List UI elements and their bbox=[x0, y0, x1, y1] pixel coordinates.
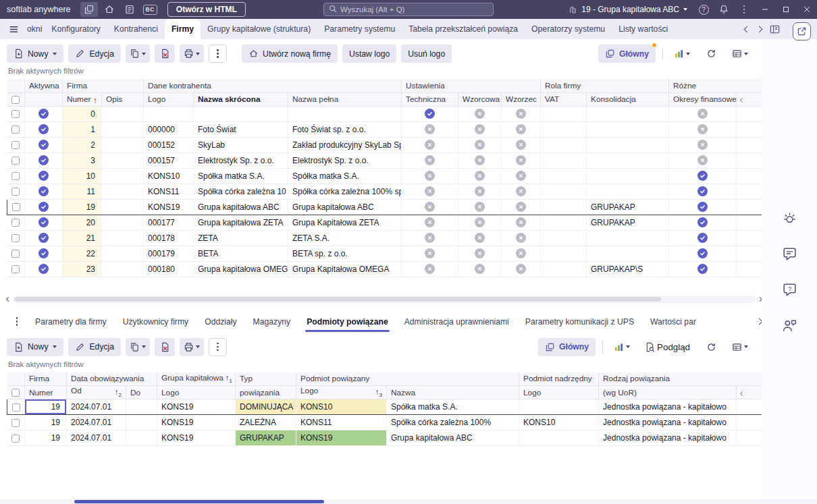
close-button[interactable] bbox=[796, 0, 817, 19]
row-checkbox[interactable] bbox=[11, 234, 20, 242]
tab-listy-wartości[interactable]: Listy wartości bbox=[612, 19, 675, 39]
tabs-scroll-left-icon[interactable] bbox=[744, 26, 751, 32]
edit-button[interactable]: Edycja bbox=[68, 45, 121, 63]
open-new-window-button[interactable] bbox=[793, 22, 811, 40]
collapse-columns-icon[interactable] bbox=[740, 391, 745, 395]
tab-operatorzy-systemu[interactable]: Operatorzy systemu bbox=[525, 19, 612, 39]
relations-chart-view-button[interactable] bbox=[610, 338, 634, 356]
company-row-20[interactable]: 20000177Grupa kapitałowa ZETAGrupa Kapit… bbox=[7, 215, 762, 230]
open-in-html-button[interactable]: Otwórz w HTML bbox=[167, 2, 246, 17]
delete-button[interactable] bbox=[155, 45, 175, 63]
news-icon[interactable] bbox=[121, 2, 138, 17]
copy-relation-button[interactable] bbox=[126, 338, 150, 356]
hscroll-track[interactable] bbox=[13, 296, 756, 303]
company-row-11[interactable]: 11KONS11Spółka córka zależna 10Spółka có… bbox=[7, 184, 762, 199]
row-checkbox[interactable] bbox=[11, 419, 20, 427]
row-checkbox[interactable] bbox=[11, 435, 20, 443]
company-selector[interactable]: 19 - Grupa kapitałowa ABC bbox=[562, 5, 693, 14]
company-row-10[interactable]: 10KONS10Spółka matka S.A.Spółka matka S.… bbox=[7, 168, 762, 184]
detail-tab-podmioty-powiązane[interactable]: Podmioty powiązane bbox=[298, 311, 396, 333]
preview-button[interactable]: Podgląd bbox=[641, 338, 694, 356]
copy-button[interactable] bbox=[126, 45, 150, 63]
create-company-button[interactable]: Utwórz nową firmę bbox=[242, 45, 338, 63]
row-checkbox[interactable] bbox=[11, 125, 20, 134]
relation-row-3[interactable]: 192024.07.01KONS19GRUPAKAPKONS19Grupa ka… bbox=[7, 430, 762, 446]
more-actions-button[interactable] bbox=[209, 45, 227, 63]
company-row-1[interactable]: 1000000Foto ŚwiatFoto Świat sp. z o.o. bbox=[7, 121, 762, 137]
detail-tab-użytkownicy-firmy[interactable]: Użytkownicy firmy bbox=[115, 311, 197, 333]
maximize-button[interactable] bbox=[775, 0, 796, 19]
new-relation-button[interactable]: Nowy bbox=[7, 338, 63, 356]
select-all-checkbox[interactable] bbox=[11, 96, 20, 104]
search-input[interactable] bbox=[340, 5, 488, 13]
company-row-19[interactable]: 19KONS19Grupa kapitałowa ABCGrupa kapita… bbox=[7, 199, 762, 215]
company-row-0[interactable]: 0 bbox=[7, 106, 762, 121]
kebab-menu-icon[interactable] bbox=[735, 2, 753, 17]
detail-tab-parametry-komunikacji-z-ups[interactable]: Parametry komunikacji z UPS bbox=[517, 311, 642, 333]
relation-row-2[interactable]: 192024.07.01KONS19ZALEŻNAKONS11Spółka có… bbox=[7, 415, 762, 430]
bc-badge-icon[interactable]: BC bbox=[143, 5, 157, 15]
detail-tab-oddziały[interactable]: Oddziały bbox=[196, 311, 244, 333]
window-hscrollbar[interactable] bbox=[0, 499, 817, 504]
relation-row-1[interactable]: 192024.07.01KONS19DOMINUJĄCAKONS10Spółka… bbox=[7, 399, 762, 415]
select-all-checkbox[interactable] bbox=[11, 389, 20, 397]
row-checkbox[interactable] bbox=[11, 188, 20, 196]
row-checkbox[interactable] bbox=[11, 157, 20, 165]
bell-icon[interactable] bbox=[715, 2, 733, 17]
chat-icon[interactable] bbox=[779, 244, 799, 264]
row-checkbox[interactable] bbox=[12, 203, 20, 211]
grid-settings-button[interactable] bbox=[728, 45, 752, 63]
global-search[interactable] bbox=[323, 3, 494, 16]
help-chat-icon[interactable]: ? bbox=[779, 279, 799, 300]
scroll-left-icon[interactable] bbox=[6, 297, 11, 302]
relations-grid-settings-button[interactable] bbox=[728, 338, 752, 356]
company-row-3[interactable]: 3000157Elektrostyk Sp. z o.o.Elektrostyk… bbox=[7, 152, 762, 168]
table-hscrollbar[interactable] bbox=[7, 296, 762, 303]
refresh-button[interactable] bbox=[701, 45, 721, 63]
home-icon[interactable] bbox=[101, 2, 118, 17]
relations-refresh-button[interactable] bbox=[701, 338, 721, 356]
print-relation-button[interactable] bbox=[180, 338, 204, 356]
detail-tab-parametry-dla-firmy[interactable]: Parametry dla firmy bbox=[27, 311, 115, 333]
row-checkbox[interactable] bbox=[11, 265, 20, 273]
menu-icon[interactable] bbox=[3, 19, 24, 39]
feedback-icon[interactable] bbox=[779, 315, 799, 335]
tabs-scroll-right-icon[interactable] bbox=[756, 26, 763, 32]
tab-clipped[interactable]: okni bbox=[24, 19, 45, 39]
tab-parametry-systemu[interactable]: Parametry systemu bbox=[317, 19, 402, 39]
tab-grupy-kapitałowe-struktura[interactable]: Grupy kapitałowe (struktura) bbox=[201, 19, 317, 39]
main-view-button[interactable]: Główny bbox=[598, 45, 656, 63]
minimize-button[interactable] bbox=[754, 0, 775, 19]
assistant-icon[interactable] bbox=[779, 208, 799, 228]
tab-tabela-przekształceń-powiąza[interactable]: Tabela przekształceń powiąza bbox=[402, 19, 525, 39]
tab-firmy[interactable]: Firmy bbox=[165, 19, 201, 39]
row-checkbox[interactable] bbox=[11, 141, 20, 149]
tab-kontrahenci[interactable]: Kontrahenci bbox=[107, 19, 165, 39]
apps-icon[interactable] bbox=[80, 2, 98, 17]
row-checkbox[interactable] bbox=[11, 250, 20, 258]
detail-tab-administracja-uprawnieniami[interactable]: Administracja uprawnieniami bbox=[396, 311, 517, 333]
company-row-22[interactable]: 22000179BETABETA sp. z o.o. bbox=[7, 246, 762, 261]
edit-relation-button[interactable]: Edycja bbox=[68, 338, 121, 356]
company-row-21[interactable]: 21000178ZETAZETA S.A. bbox=[7, 230, 762, 246]
tab-konfiguratory[interactable]: Konfiguratory bbox=[45, 19, 107, 39]
detail-tabs-menu-icon[interactable] bbox=[7, 317, 27, 326]
detail-tab-wartości-par[interactable]: Wartości par bbox=[642, 311, 704, 333]
more-relation-actions-button[interactable] bbox=[209, 338, 227, 356]
company-row-23[interactable]: 23000180Grupa kapitałowa OMEGGrupa Kapit… bbox=[7, 261, 762, 277]
print-button[interactable] bbox=[180, 45, 204, 63]
hscroll-thumb[interactable] bbox=[15, 297, 661, 302]
detail-tabs-scroll-right-icon[interactable] bbox=[756, 318, 762, 325]
collapse-columns-icon[interactable] bbox=[740, 98, 745, 103]
row-checkbox[interactable] bbox=[11, 110, 20, 118]
window-hscrollbar-thumb[interactable] bbox=[74, 500, 324, 503]
help-icon[interactable]: ? bbox=[695, 2, 712, 17]
panel-list-icon[interactable] bbox=[769, 24, 781, 35]
delete-relation-button[interactable] bbox=[155, 338, 175, 356]
remove-logo-button[interactable]: Usuń logo bbox=[401, 45, 452, 63]
row-checkbox[interactable] bbox=[12, 403, 20, 412]
detail-tab-magazyny[interactable]: Magazyny bbox=[245, 311, 299, 333]
row-checkbox[interactable] bbox=[11, 172, 20, 180]
relations-main-view-button[interactable]: Główny bbox=[538, 338, 596, 356]
chart-view-button[interactable] bbox=[670, 45, 694, 63]
